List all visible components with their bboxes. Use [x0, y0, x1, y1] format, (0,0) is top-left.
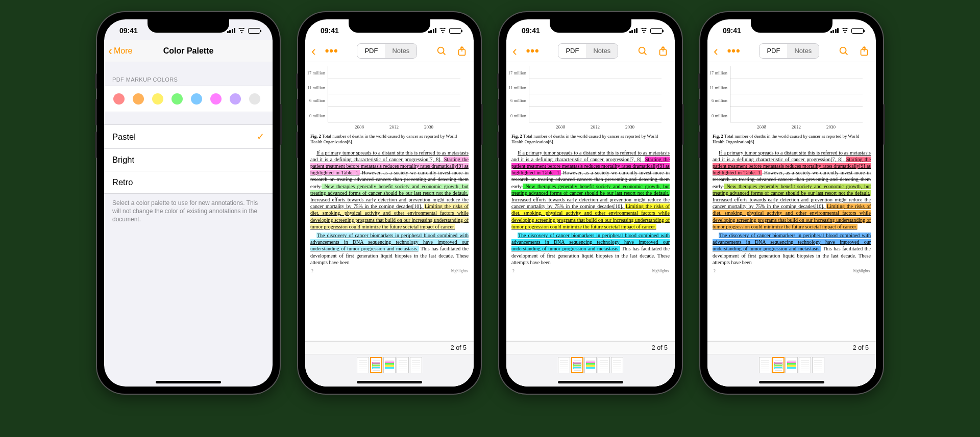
tab-notes[interactable]: Notes — [586, 44, 618, 58]
y-tick-label: 11 million — [508, 86, 526, 91]
section-header: PDF MARKUP COLORS — [104, 62, 273, 86]
thumbnail[interactable] — [598, 357, 610, 373]
cellular-icon — [428, 28, 437, 33]
pdf-page[interactable]: 0 million6 million11 million17 million 1… — [305, 62, 474, 387]
bar-value-label: 12,7 — [758, 123, 766, 128]
thumbnail[interactable] — [357, 357, 369, 373]
device-frame-4: 09:41 ‹ ••• PDF Notes — [700, 12, 883, 394]
share-icon[interactable] — [657, 45, 669, 57]
more-button[interactable]: ••• — [727, 44, 741, 58]
nav-bar: ‹ More Color Palette — [104, 40, 273, 62]
thumbnail[interactable] — [383, 357, 396, 373]
checkmark-icon: ✓ — [257, 131, 264, 142]
more-button[interactable]: ••• — [526, 44, 540, 58]
color-swatch[interactable] — [152, 93, 163, 105]
bar-value-label: 12,7 — [356, 123, 363, 128]
search-icon[interactable] — [637, 45, 648, 57]
thumbnail[interactable] — [799, 357, 811, 373]
thumbnail[interactable] — [410, 357, 422, 373]
palette-list: Pastel✓BrightRetro — [104, 124, 273, 194]
toolbar: ‹ ••• PDF Notes — [707, 40, 876, 62]
palette-option-bright[interactable]: Bright — [104, 149, 273, 171]
home-indicator[interactable] — [558, 381, 623, 383]
thumbnail-current[interactable] — [571, 357, 583, 373]
share-icon[interactable] — [859, 45, 870, 57]
tab-notes[interactable]: Notes — [787, 44, 819, 58]
view-mode-segment[interactable]: PDF Notes — [759, 43, 819, 59]
color-swatch[interactable] — [249, 93, 260, 105]
y-tick-label: 17 million — [508, 70, 526, 76]
status-time: 09:41 — [723, 24, 741, 35]
more-button[interactable]: ••• — [325, 44, 338, 58]
svg-point-3 — [639, 47, 645, 53]
page-number-mini: 2 — [311, 269, 313, 274]
chart: 0 million6 million11 million17 million 1… — [730, 66, 863, 131]
paragraph-1: If a primary tumor spreads to a distant … — [310, 149, 469, 230]
svg-point-6 — [840, 47, 846, 53]
color-swatch[interactable] — [133, 93, 144, 105]
thumbnail[interactable] — [611, 357, 623, 373]
figure-caption: Fig. 2 Total number of deaths in the wor… — [713, 134, 871, 145]
thumbnail[interactable] — [584, 357, 597, 373]
page-number-mini: 2 — [512, 269, 514, 274]
color-swatch[interactable] — [210, 93, 222, 105]
back-button[interactable]: ‹ — [311, 44, 316, 58]
y-tick-label: 0 million — [510, 113, 526, 119]
color-swatch[interactable] — [172, 93, 183, 105]
battery-icon — [449, 28, 461, 34]
highlight-green: New therapies generally benefit society … — [511, 184, 670, 196]
palette-option-pastel[interactable]: Pastel✓ — [104, 125, 273, 149]
thumbnail[interactable] — [397, 357, 409, 373]
view-mode-segment[interactable]: PDF Notes — [558, 43, 618, 59]
color-swatch[interactable] — [113, 93, 125, 105]
home-indicator[interactable] — [357, 381, 422, 383]
watermark: highlights — [652, 269, 669, 274]
thumbnail[interactable] — [786, 357, 798, 373]
battery-icon — [248, 28, 260, 34]
view-mode-segment[interactable]: PDF Notes — [357, 43, 417, 59]
battery-icon — [650, 28, 663, 34]
wifi-icon — [439, 28, 447, 34]
status-bar: 09:41 — [104, 19, 273, 40]
x-tick-label: 2030 — [820, 124, 842, 131]
x-tick-label: 2030 — [619, 124, 641, 131]
tab-pdf[interactable]: PDF — [760, 44, 787, 58]
thumbnail[interactable] — [812, 357, 824, 373]
toolbar: ‹ ••• PDF Notes — [506, 40, 675, 62]
color-swatch[interactable] — [191, 93, 202, 105]
pdf-page[interactable]: 0 million6 million11 million17 million 1… — [506, 62, 675, 387]
home-indicator[interactable] — [156, 381, 221, 383]
device-frame-3: 09:41 ‹ ••• PDF Notes — [499, 12, 682, 394]
figure-caption: Fig. 2 Total number of deaths in the wor… — [511, 134, 670, 145]
chart: 0 million6 million11 million17 million 1… — [529, 66, 662, 131]
back-button[interactable]: ‹ — [512, 44, 517, 58]
thumbnail[interactable] — [558, 357, 570, 373]
home-indicator[interactable] — [759, 381, 824, 383]
watermark: highlights — [451, 269, 468, 274]
y-tick-label: 0 million — [712, 113, 727, 119]
search-icon[interactable] — [838, 45, 849, 57]
paragraph-1: If a primary tumor spreads to a distant … — [713, 149, 871, 230]
thumbnail-current[interactable] — [772, 357, 785, 373]
color-swatch[interactable] — [230, 93, 241, 105]
thumbnail[interactable] — [759, 357, 771, 373]
palette-option-retro[interactable]: Retro — [104, 171, 273, 194]
svg-point-0 — [438, 47, 444, 53]
y-tick-label: 6 million — [309, 98, 325, 104]
highlight-green: New therapies generally benefit society … — [713, 184, 871, 196]
device-frame-2: 09:41 ‹ ••• PDF Notes — [298, 12, 481, 394]
footer-note: Select a color palette to use for new an… — [104, 194, 273, 229]
tab-pdf[interactable]: PDF — [357, 44, 385, 58]
wifi-icon — [238, 28, 246, 34]
bar-value-label: 12,7 — [557, 123, 565, 128]
tab-pdf[interactable]: PDF — [558, 44, 586, 58]
share-icon[interactable] — [456, 45, 468, 57]
cellular-icon — [227, 28, 236, 33]
svg-line-1 — [443, 52, 445, 54]
toolbar: ‹ ••• PDF Notes — [305, 40, 474, 62]
pdf-page[interactable]: 0 million6 million11 million17 million 1… — [707, 62, 876, 387]
back-button[interactable]: ‹ — [714, 44, 718, 58]
thumbnail-current[interactable] — [370, 357, 382, 373]
search-icon[interactable] — [436, 45, 447, 57]
tab-notes[interactable]: Notes — [385, 44, 416, 58]
